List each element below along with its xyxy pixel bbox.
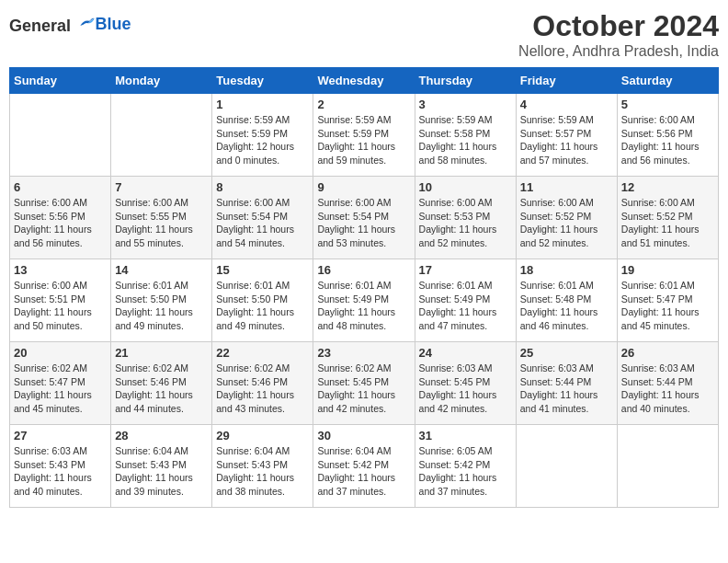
calendar-cell: 18Sunrise: 6:01 AM Sunset: 5:48 PM Dayli… [516, 259, 617, 342]
day-number: 3 [419, 98, 512, 111]
week-row-2: 6Sunrise: 6:00 AM Sunset: 5:56 PM Daylig… [10, 177, 719, 259]
calendar-cell: 10Sunrise: 6:00 AM Sunset: 5:53 PM Dayli… [415, 177, 516, 259]
day-number: 2 [317, 98, 410, 111]
day-number: 10 [419, 180, 512, 194]
logo-blue: Blue [96, 15, 131, 33]
col-friday: Friday [516, 68, 617, 94]
day-info: Sunrise: 5:59 AM Sunset: 5:58 PM Dayligh… [419, 113, 512, 167]
calendar-cell: 6Sunrise: 6:00 AM Sunset: 5:56 PM Daylig… [10, 177, 111, 259]
day-info: Sunrise: 5:59 AM Sunset: 5:59 PM Dayligh… [216, 113, 309, 167]
day-number: 11 [520, 180, 613, 194]
calendar-cell: 20Sunrise: 6:02 AM Sunset: 5:47 PM Dayli… [10, 342, 111, 425]
logo-general: General [9, 17, 71, 35]
day-info: Sunrise: 6:00 AM Sunset: 5:55 PM Dayligh… [115, 196, 208, 250]
day-number: 7 [115, 180, 208, 194]
day-number: 24 [419, 346, 512, 360]
day-info: Sunrise: 6:03 AM Sunset: 5:44 PM Dayligh… [621, 362, 714, 416]
day-number: 17 [419, 263, 512, 277]
day-info: Sunrise: 6:01 AM Sunset: 5:47 PM Dayligh… [621, 279, 714, 333]
calendar-cell [10, 94, 111, 177]
calendar-cell: 31Sunrise: 6:05 AM Sunset: 5:42 PM Dayli… [415, 425, 516, 508]
day-number: 23 [317, 346, 410, 360]
day-number: 16 [317, 263, 410, 277]
day-info: Sunrise: 6:02 AM Sunset: 5:47 PM Dayligh… [14, 362, 107, 416]
day-number: 19 [621, 263, 714, 277]
day-info: Sunrise: 6:00 AM Sunset: 5:54 PM Dayligh… [216, 196, 309, 250]
day-info: Sunrise: 6:00 AM Sunset: 5:51 PM Dayligh… [14, 279, 107, 333]
calendar-cell: 5Sunrise: 6:00 AM Sunset: 5:56 PM Daylig… [617, 94, 718, 177]
calendar-cell: 27Sunrise: 6:03 AM Sunset: 5:43 PM Dayli… [10, 425, 111, 508]
col-tuesday: Tuesday [212, 68, 313, 94]
calendar-cell [111, 94, 212, 177]
day-number: 5 [621, 98, 714, 111]
page-subtitle: Nellore, Andhra Pradesh, India [518, 43, 719, 60]
calendar-cell [617, 425, 718, 508]
calendar-cell: 29Sunrise: 6:04 AM Sunset: 5:43 PM Dayli… [212, 425, 313, 508]
week-row-3: 13Sunrise: 6:00 AM Sunset: 5:51 PM Dayli… [10, 259, 719, 342]
day-info: Sunrise: 6:01 AM Sunset: 5:49 PM Dayligh… [317, 279, 410, 333]
day-info: Sunrise: 6:00 AM Sunset: 5:56 PM Dayligh… [621, 113, 714, 167]
day-number: 27 [14, 429, 107, 442]
day-number: 31 [419, 429, 512, 442]
calendar-cell: 22Sunrise: 6:02 AM Sunset: 5:46 PM Dayli… [212, 342, 313, 425]
calendar-cell: 15Sunrise: 6:01 AM Sunset: 5:50 PM Dayli… [212, 259, 313, 342]
day-number: 1 [216, 98, 309, 111]
col-monday: Monday [111, 68, 212, 94]
calendar-table: Sunday Monday Tuesday Wednesday Thursday… [9, 67, 719, 508]
calendar-cell: 17Sunrise: 6:01 AM Sunset: 5:49 PM Dayli… [415, 259, 516, 342]
calendar-cell: 14Sunrise: 6:01 AM Sunset: 5:50 PM Dayli… [111, 259, 212, 342]
day-info: Sunrise: 6:03 AM Sunset: 5:45 PM Dayligh… [419, 362, 512, 416]
header-row: Sunday Monday Tuesday Wednesday Thursday… [10, 68, 719, 94]
day-info: Sunrise: 6:00 AM Sunset: 5:53 PM Dayligh… [419, 196, 512, 250]
day-info: Sunrise: 6:04 AM Sunset: 5:43 PM Dayligh… [115, 444, 208, 499]
calendar-cell: 3Sunrise: 5:59 AM Sunset: 5:58 PM Daylig… [415, 94, 516, 177]
day-number: 14 [115, 263, 208, 277]
day-info: Sunrise: 6:02 AM Sunset: 5:46 PM Dayligh… [115, 362, 208, 416]
logo-bird-icon [77, 13, 96, 31]
col-sunday: Sunday [10, 68, 111, 94]
calendar-cell: 9Sunrise: 6:00 AM Sunset: 5:54 PM Daylig… [313, 177, 415, 259]
day-number: 8 [216, 180, 309, 194]
day-number: 4 [520, 98, 613, 111]
day-number: 13 [14, 263, 107, 277]
calendar-cell: 8Sunrise: 6:00 AM Sunset: 5:54 PM Daylig… [212, 177, 313, 259]
day-number: 21 [115, 346, 208, 360]
day-number: 15 [216, 263, 309, 277]
day-info: Sunrise: 5:59 AM Sunset: 5:57 PM Dayligh… [520, 113, 613, 167]
calendar-cell: 25Sunrise: 6:03 AM Sunset: 5:44 PM Dayli… [516, 342, 617, 425]
calendar-cell: 12Sunrise: 6:00 AM Sunset: 5:52 PM Dayli… [617, 177, 718, 259]
calendar-cell: 13Sunrise: 6:00 AM Sunset: 5:51 PM Dayli… [10, 259, 111, 342]
calendar-cell: 2Sunrise: 5:59 AM Sunset: 5:59 PM Daylig… [313, 94, 415, 177]
calendar-cell: 21Sunrise: 6:02 AM Sunset: 5:46 PM Dayli… [111, 342, 212, 425]
day-number: 9 [317, 180, 410, 194]
calendar-cell: 19Sunrise: 6:01 AM Sunset: 5:47 PM Dayli… [617, 259, 718, 342]
day-info: Sunrise: 6:00 AM Sunset: 5:52 PM Dayligh… [621, 196, 714, 250]
day-info: Sunrise: 6:01 AM Sunset: 5:50 PM Dayligh… [216, 279, 309, 333]
calendar-cell [516, 425, 617, 508]
day-info: Sunrise: 6:03 AM Sunset: 5:44 PM Dayligh… [520, 362, 613, 416]
logo: General Blue [9, 13, 131, 36]
col-wednesday: Wednesday [313, 68, 415, 94]
day-info: Sunrise: 6:01 AM Sunset: 5:48 PM Dayligh… [520, 279, 613, 333]
day-number: 6 [14, 180, 107, 194]
day-info: Sunrise: 6:02 AM Sunset: 5:46 PM Dayligh… [216, 362, 309, 416]
calendar-cell: 23Sunrise: 6:02 AM Sunset: 5:45 PM Dayli… [313, 342, 415, 425]
calendar-cell: 30Sunrise: 6:04 AM Sunset: 5:42 PM Dayli… [313, 425, 415, 508]
calendar-cell: 7Sunrise: 6:00 AM Sunset: 5:55 PM Daylig… [111, 177, 212, 259]
day-info: Sunrise: 6:01 AM Sunset: 5:49 PM Dayligh… [419, 279, 512, 333]
week-row-1: 1Sunrise: 5:59 AM Sunset: 5:59 PM Daylig… [10, 94, 719, 177]
calendar-cell: 4Sunrise: 5:59 AM Sunset: 5:57 PM Daylig… [516, 94, 617, 177]
day-number: 18 [520, 263, 613, 277]
calendar-cell: 28Sunrise: 6:04 AM Sunset: 5:43 PM Dayli… [111, 425, 212, 508]
day-info: Sunrise: 6:00 AM Sunset: 5:54 PM Dayligh… [317, 196, 410, 250]
day-info: Sunrise: 6:01 AM Sunset: 5:50 PM Dayligh… [115, 279, 208, 333]
day-info: Sunrise: 6:05 AM Sunset: 5:42 PM Dayligh… [419, 444, 512, 499]
day-info: Sunrise: 6:02 AM Sunset: 5:45 PM Dayligh… [317, 362, 410, 416]
day-number: 29 [216, 429, 309, 442]
calendar-cell: 11Sunrise: 6:00 AM Sunset: 5:52 PM Dayli… [516, 177, 617, 259]
week-row-4: 20Sunrise: 6:02 AM Sunset: 5:47 PM Dayli… [10, 342, 719, 425]
title-area: October 2024 Nellore, Andhra Pradesh, In… [518, 9, 719, 60]
day-info: Sunrise: 6:04 AM Sunset: 5:42 PM Dayligh… [317, 444, 410, 499]
day-info: Sunrise: 6:00 AM Sunset: 5:56 PM Dayligh… [14, 196, 107, 250]
day-info: Sunrise: 5:59 AM Sunset: 5:59 PM Dayligh… [317, 113, 410, 167]
